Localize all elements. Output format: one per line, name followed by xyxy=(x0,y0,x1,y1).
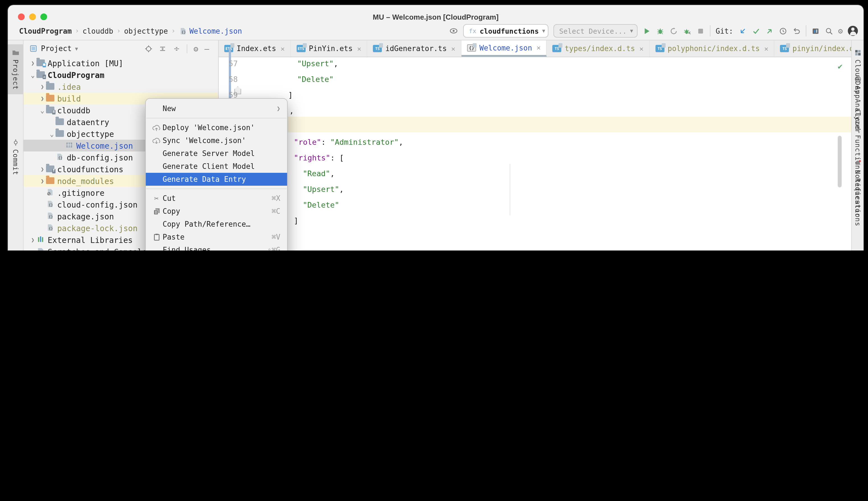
menu-item-find-usages[interactable]: Find Usages⇧⌘G xyxy=(146,244,287,250)
close-icon[interactable]: ✕ xyxy=(640,45,643,52)
close-icon[interactable]: ✕ xyxy=(536,44,541,52)
gear-icon[interactable]: ⚙ xyxy=(194,45,198,52)
git-push-button[interactable] xyxy=(765,26,773,35)
tab-welcome.json[interactable]: {}Welcome.json✕ xyxy=(462,40,547,57)
menu-item-cut[interactable]: ✂Cut⌘X xyxy=(146,192,287,205)
menu-shortcut: ⌘X xyxy=(272,194,280,203)
menu-item-label: Find Usages xyxy=(163,246,211,250)
chevron-right-icon[interactable]: ❯ xyxy=(39,84,46,90)
menu-item-label: Copy xyxy=(163,207,180,215)
tree-item-label: .gitignore xyxy=(57,188,105,197)
git-update-button[interactable] xyxy=(738,26,747,35)
stripe-label: Commit xyxy=(12,149,19,175)
menu-item-sync-welcome-json[interactable]: Sync 'Welcome.json' xyxy=(146,134,287,147)
tree-item-application-mu-[interactable]: ❯■Application [MU] xyxy=(23,57,218,69)
hide-panel-icon[interactable]: — xyxy=(204,45,209,52)
code-line: "Upsert", xyxy=(297,59,338,68)
expand-all-icon[interactable] xyxy=(159,45,166,52)
stripe-button-commit[interactable]: Commit xyxy=(8,139,23,175)
debug-button[interactable] xyxy=(656,26,665,35)
attach-debugger-button[interactable] xyxy=(683,26,692,35)
breadcrumb-item[interactable]: objecttype xyxy=(124,26,168,35)
menu-item-label: Cut xyxy=(163,194,176,203)
menu-item-paste[interactable]: Paste⌘V xyxy=(146,231,287,244)
current-line-highlight xyxy=(219,117,851,132)
menu-item-copy-path-reference[interactable]: Copy Path/Reference… xyxy=(146,218,287,231)
stripe-button-notifications[interactable]: Notifications xyxy=(852,159,864,226)
folder-icon xyxy=(46,94,54,103)
folder-icon: f xyxy=(46,165,54,174)
project-panel-title[interactable]: Project xyxy=(41,44,72,53)
chevron-right-icon[interactable]: ❯ xyxy=(39,166,46,172)
folder-icon: ☁ xyxy=(36,71,45,79)
folder-icon: ■ xyxy=(36,58,45,67)
preview-eye-icon[interactable] xyxy=(449,26,458,35)
menu-item-generate-data-entry[interactable]: Generate Data Entry xyxy=(146,173,287,186)
indent-guide xyxy=(510,164,510,215)
breadcrumb-item[interactable]: clouddb xyxy=(83,26,113,35)
project-panel-toolbar: ⚙ — xyxy=(145,44,213,53)
clouddev-icon xyxy=(854,49,861,57)
git-commit-button[interactable] xyxy=(752,26,760,35)
git-history-button[interactable] xyxy=(779,26,787,35)
tab-polyphonic-index.d.ts[interactable]: TSpolyphonic/index.d.ts✕ xyxy=(650,40,774,57)
git-rollback-button[interactable] xyxy=(792,26,801,35)
menu-item-label: Sync 'Welcome.json' xyxy=(163,136,246,145)
search-everywhere-button[interactable] xyxy=(825,26,833,35)
stripe-label: Project xyxy=(12,60,19,90)
editor-surface[interactable]: "Upsert","Delete"],"role": "Administrato… xyxy=(219,57,851,250)
chevron-down-icon[interactable]: ⌄ xyxy=(48,130,55,138)
menu-item-generate-server-model[interactable]: Generate Server Model xyxy=(146,147,287,160)
appanalyzer-icon xyxy=(854,75,861,83)
breadcrumb-item[interactable]: CloudProgram xyxy=(19,26,72,35)
folder-icon xyxy=(55,118,64,127)
run-button[interactable] xyxy=(643,26,651,35)
code-line: "Delete" xyxy=(303,200,339,209)
settings-button[interactable]: ⚙ xyxy=(838,27,843,35)
menu-item-label: Copy Path/Reference… xyxy=(163,220,250,228)
locate-file-icon[interactable] xyxy=(145,45,152,52)
menu-item-new[interactable]: New❯ xyxy=(146,102,287,115)
device-select[interactable]: Select Device... ▼ xyxy=(554,24,638,38)
tree-item-.idea[interactable]: ❯.idea xyxy=(23,81,218,93)
chevron-down-icon[interactable]: ⌄ xyxy=(29,71,36,79)
tree-item-label: package-lock.json xyxy=(57,224,138,233)
close-icon[interactable]: ✕ xyxy=(452,45,455,52)
chevron-down-icon[interactable]: ▼ xyxy=(75,46,78,51)
breadcrumb-separator: › xyxy=(75,27,79,35)
tab-pinyin-index.d.ts[interactable]: TSpinyin/index.d.ts✕ xyxy=(775,40,864,57)
file-x-icon xyxy=(46,188,54,198)
git-label: Git: xyxy=(716,26,734,35)
chevron-right-icon[interactable]: ❯ xyxy=(29,60,36,66)
chevron-right-icon[interactable]: ❯ xyxy=(39,95,46,102)
avatar[interactable] xyxy=(848,26,858,36)
tab-label: types/index.d.ts xyxy=(565,44,635,53)
tab-types-index.d.ts[interactable]: TStypes/index.d.ts✕ xyxy=(547,40,650,57)
run-configuration-select[interactable]: fx cloudfunctions ▼ xyxy=(464,24,549,38)
changes-view-button[interactable] xyxy=(811,26,820,35)
tab-idgenerator.ts[interactable]: TSidGenerator.ts✕ xyxy=(367,40,462,57)
breadcrumb: CloudProgram›clouddb›objecttype›{}Welcom… xyxy=(8,26,242,35)
profile-button[interactable] xyxy=(670,26,678,35)
stripe-button-project[interactable]: Project xyxy=(8,44,23,94)
close-icon[interactable]: ✕ xyxy=(764,45,768,52)
right-tool-stripe: CloudDevAppAnalyzerCloud Functions Reque… xyxy=(851,40,864,250)
menu-item-deploy-welcome-json[interactable]: Deploy 'Welcome.json' xyxy=(146,121,287,134)
stop-button[interactable] xyxy=(697,26,705,35)
chevron-right-icon[interactable]: ❯ xyxy=(39,178,46,184)
close-icon[interactable]: ✕ xyxy=(281,45,284,52)
menu-item-generate-client-model[interactable]: Generate Client Model xyxy=(146,160,287,173)
menu-item-copy[interactable]: Copy⌘C xyxy=(146,205,287,218)
tree-item-label: CloudProgram xyxy=(48,71,104,79)
close-icon[interactable]: ✕ xyxy=(357,45,361,52)
folder-icon xyxy=(46,82,54,91)
chevron-right-icon[interactable]: ❯ xyxy=(29,237,36,243)
collapse-all-icon[interactable] xyxy=(173,45,181,52)
tree-item-cloudprogram[interactable]: ⌄☁CloudProgram xyxy=(23,69,218,81)
tab-pinyin.ets[interactable]: ETSPinYin.ets✕ xyxy=(291,40,367,57)
breadcrumb-item[interactable]: {}Welcome.json xyxy=(178,26,242,35)
editor-scrollbar[interactable] xyxy=(838,136,842,188)
device-select-value: Select Device... xyxy=(559,26,627,35)
chevron-down-icon[interactable]: ⌄ xyxy=(39,106,46,114)
inspections-ok-icon[interactable]: ✔ xyxy=(838,62,843,71)
